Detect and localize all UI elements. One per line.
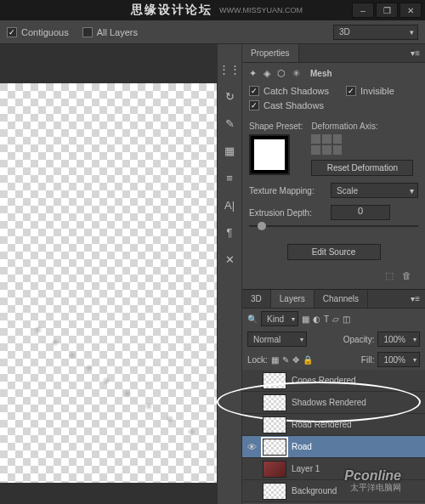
reset-deformation-button[interactable]: Reset Deformation (311, 160, 413, 176)
layer-row[interactable]: Shadows Rendered (242, 392, 425, 414)
extrusion-slider[interactable] (249, 220, 418, 232)
opacity-field[interactable]: 100% (377, 331, 420, 347)
ruler-icon[interactable]: ≡ (222, 170, 237, 185)
render-icon[interactable]: ⬚ (385, 270, 394, 282)
restore-button[interactable]: ❐ (376, 3, 398, 18)
tool-dock: ⋮⋮ ↻ ✎ ▦ ≡ A| ¶ ✕ (217, 44, 242, 504)
layer-thumb[interactable] (263, 394, 286, 411)
tab-layers[interactable]: Layers (271, 290, 314, 308)
texture-mapping-label: Texture Mapping: (249, 186, 326, 195)
tools-icon[interactable]: ✕ (222, 252, 237, 267)
layer-row[interactable]: Cones Rendered (242, 370, 425, 392)
layer-thumb[interactable] (263, 416, 286, 433)
extrusion-depth-field[interactable]: 0 (331, 205, 390, 220)
cast-shadows-checkbox[interactable]: ✓Cast Shadows (249, 100, 324, 110)
layer-name: Background (292, 486, 337, 496)
fill-label: Fill: (361, 355, 375, 365)
fill-field[interactable]: 100% (377, 352, 420, 367)
visibility-toggle[interactable]: 👁 (246, 442, 258, 452)
properties-menu-icon[interactable]: ▾≡ (405, 48, 425, 58)
deform-axis-grid[interactable] (311, 134, 342, 155)
mesh-label: Mesh (310, 69, 332, 78)
trash-icon[interactable]: 🗑 (402, 270, 411, 282)
layer-name: Road Rendered (292, 420, 352, 429)
filter-adjust-icon[interactable]: ◐ (313, 314, 320, 324)
filter-shape-icon[interactable]: ▱ (332, 314, 339, 324)
deform-axis-label: Deformation Axis: (311, 122, 418, 131)
layer-name: Road (292, 442, 312, 451)
shape-preset-label: Shape Preset: (249, 122, 303, 131)
layer-thumb[interactable] (263, 372, 286, 389)
workspace-selector[interactable]: 3D (333, 25, 418, 40)
layer-name: Cones Rendered (292, 376, 356, 385)
layer-row[interactable]: Background (242, 480, 425, 502)
title-url: WWW.MISSYUAN.COM (219, 6, 303, 14)
layers-menu-icon[interactable]: ▾≡ (405, 294, 425, 303)
texture-mapping-select[interactable]: Scale (331, 183, 418, 198)
catch-shadows-checkbox[interactable]: ✓Catch Shadows (249, 86, 329, 96)
close-button[interactable]: ✕ (400, 3, 422, 18)
lock-all-icon[interactable]: 🔒 (303, 355, 313, 365)
lock-position-icon[interactable]: ✥ (292, 355, 299, 365)
layer-thumb[interactable] (263, 461, 286, 478)
tab-properties[interactable]: Properties (242, 44, 299, 62)
extrusion-depth-label: Extrusion Depth: (249, 208, 326, 218)
lock-pixels-icon[interactable]: ✎ (282, 355, 289, 365)
swatches-icon[interactable]: ▦ (222, 143, 237, 158)
layer-name: Layer 1 (292, 464, 320, 473)
filter-type-icon[interactable]: T (324, 314, 329, 324)
paragraph-icon[interactable]: ¶ (222, 224, 237, 240)
layer-row[interactable]: 👁 Road (242, 436, 425, 458)
edit-source-button[interactable]: Edit Source (287, 244, 381, 260)
character-icon[interactable]: A| (222, 197, 237, 212)
opacity-label: Opacity: (343, 335, 375, 344)
tab-channels[interactable]: Channels (314, 290, 368, 308)
coord-mode-icon[interactable]: ✳ (292, 68, 300, 79)
invisible-checkbox[interactable]: ✓Invisible (346, 86, 394, 96)
brush-icon[interactable]: ✎ (222, 116, 237, 131)
layer-thumb[interactable] (263, 483, 286, 500)
lock-label: Lock: (247, 355, 268, 365)
contiguous-checkbox[interactable]: ✓Contiguous (7, 27, 69, 37)
all-layers-checkbox[interactable]: All Layers (82, 27, 138, 37)
cap-mode-icon[interactable]: ⬡ (277, 68, 286, 79)
layer-list: Cones Rendered Shadows Rendered Road Ren… (242, 370, 425, 502)
minimize-button[interactable]: – (352, 3, 374, 18)
canvas[interactable] (0, 83, 217, 483)
filter-search-icon[interactable]: 🔍 (247, 314, 258, 324)
blend-mode-select[interactable]: Normal (247, 331, 307, 347)
canvas-area[interactable] (0, 44, 217, 504)
deform-mode-icon[interactable]: ◈ (264, 68, 270, 79)
filter-smart-icon[interactable]: ◫ (343, 314, 350, 324)
filter-kind-select[interactable]: Kind (261, 311, 298, 326)
tab-3d[interactable]: 3D (242, 290, 271, 308)
shape-preset-picker[interactable] (249, 134, 290, 175)
mesh-mode-icon[interactable]: ✦ (249, 68, 257, 79)
layer-row[interactable]: Layer 1 (242, 458, 425, 480)
lock-transparent-icon[interactable]: ▦ (271, 355, 279, 365)
title-text: 思缘设计论坛 (131, 3, 212, 18)
layer-name: Shadows Rendered (292, 398, 366, 407)
filter-pixel-icon[interactable]: ▦ (302, 314, 309, 324)
layer-row[interactable]: Road Rendered (242, 414, 425, 436)
layer-thumb[interactable] (263, 439, 286, 456)
dock-handle-icon[interactable]: ⋮⋮ (222, 61, 237, 76)
history-icon[interactable]: ↻ (222, 88, 237, 104)
